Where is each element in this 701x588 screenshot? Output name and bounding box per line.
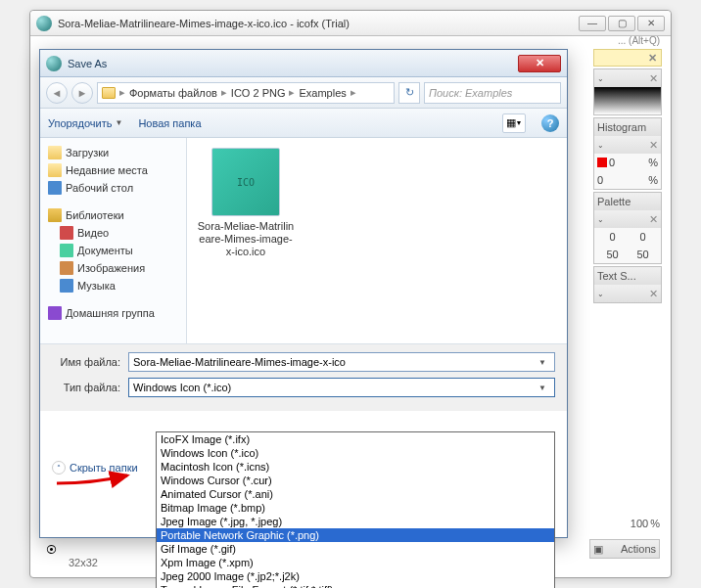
close-icon[interactable]: ✕: [649, 288, 658, 300]
main-titlebar[interactable]: Sora-Meliae-Matrilineare-Mimes-image-x-i…: [30, 11, 671, 36]
minimize-button[interactable]: —: [579, 16, 606, 31]
tree-documents[interactable]: Документы: [44, 242, 182, 259]
gradient-panel: ⌄✕: [593, 68, 662, 115]
homegroup-icon: [48, 306, 62, 320]
filetype-option[interactable]: Jpeg 2000 Image (*.jp2;*.j2k): [157, 569, 554, 583]
downloads-icon: [48, 146, 62, 159]
tree-desktop[interactable]: Рабочий стол: [44, 179, 182, 197]
filetype-option[interactable]: Animated Cursor (*.ani): [157, 487, 554, 501]
new-folder-button[interactable]: Новая папка: [138, 117, 201, 129]
recent-icon: [48, 163, 62, 177]
tree-music[interactable]: Музыка: [44, 277, 182, 294]
filetype-combobox[interactable]: Windows Icon (*.ico) ▼: [128, 378, 555, 397]
tree-video[interactable]: Видео: [44, 224, 182, 242]
filetype-dropdown[interactable]: IcoFX Image (*.ifx)Windows Icon (*.ico)M…: [156, 431, 555, 588]
folder-tree[interactable]: Загрузки Недавние места Рабочий стол Биб…: [40, 138, 187, 343]
palette-panel: Palette ⌄✕ 0 0 50 50: [593, 192, 662, 264]
app-icon: [36, 16, 52, 31]
filetype-option[interactable]: Portable Network Graphic (*.png): [157, 528, 554, 542]
file-thumbnail: ICO: [211, 148, 280, 216]
tree-homegroup[interactable]: Домашняя группа: [44, 304, 182, 322]
hide-folders-toggle[interactable]: ˄ Скрыть папки: [52, 461, 138, 475]
panel-close-bar[interactable]: ✕: [593, 49, 662, 67]
filename-label: Имя файла:: [52, 356, 120, 368]
filetype-option[interactable]: Jpeg Image (*.jpg, *.jpeg): [157, 515, 554, 528]
dialog-icon: [46, 56, 62, 71]
save-as-dialog: Save As ✕ ◄ ► ▸ Форматы файлов ▸ ICO 2 P…: [39, 49, 568, 538]
tree-recent[interactable]: Недавние места: [44, 161, 182, 179]
close-icon[interactable]: ✕: [648, 52, 657, 65]
breadcrumb-item[interactable]: Examples: [299, 87, 346, 99]
alt-q-hint: ... (Alt+Q): [618, 35, 660, 46]
panel-title: Actions: [621, 543, 656, 555]
actions-panel: ▣Actions: [589, 539, 660, 559]
panel-title: Palette: [597, 196, 631, 207]
tree-downloads[interactable]: Загрузки: [44, 144, 182, 161]
histogram-panel: Histogram ⌄✕ 0 % 0 %: [593, 117, 662, 190]
filename-input[interactable]: Sora-Meliae-Matrilineare-Mimes-image-x-i…: [128, 352, 555, 372]
nav-back-button[interactable]: ◄: [46, 82, 68, 104]
close-icon[interactable]: ✕: [649, 72, 658, 85]
help-button[interactable]: ?: [541, 114, 559, 132]
dialog-close-button[interactable]: ✕: [518, 55, 561, 72]
breadcrumb-item[interactable]: Форматы файлов: [129, 87, 217, 99]
filetype-option[interactable]: IcoFX Image (*.ifx): [157, 432, 554, 446]
folder-icon: [102, 87, 116, 99]
file-list[interactable]: ICO Sora-Meliae-Matrilineare-Mimes-image…: [187, 138, 567, 343]
images-icon: [60, 261, 73, 275]
close-icon[interactable]: ✕: [649, 139, 658, 152]
filetype-option[interactable]: Tagged Image File Format (*.tif;*.tiff): [157, 583, 554, 588]
toolbar: Упорядочить▼ Новая папка ▦▼ ?: [40, 109, 567, 138]
filetype-option[interactable]: Gif Image (*.gif): [157, 542, 554, 556]
desktop-icon: [48, 181, 62, 195]
nav-bar: ◄ ► ▸ Форматы файлов ▸ ICO 2 PNG ▸ Examp…: [40, 77, 567, 109]
panel-title: Text S...: [597, 270, 636, 282]
libraries-icon: [48, 208, 62, 222]
breadcrumb[interactable]: ▸ Форматы файлов ▸ ICO 2 PNG ▸ Examples …: [97, 82, 395, 104]
close-button[interactable]: ✕: [637, 16, 665, 31]
tree-images[interactable]: Изображения: [44, 259, 182, 277]
main-title-text: Sora-Meliae-Matrilineare-Mimes-image-x-i…: [58, 18, 579, 29]
music-icon: [60, 279, 73, 293]
filename-area: Имя файла: Sora-Meliae-Matrilineare-Mime…: [40, 343, 567, 411]
breadcrumb-item[interactable]: ICO 2 PNG: [231, 87, 286, 99]
tree-libraries[interactable]: Библиотеки: [44, 206, 182, 224]
text-styles-panel: Text S... ⌄✕: [593, 266, 662, 303]
side-panels: ✕ ⌄✕ Histogram ⌄✕ 0 % 0 % Palette ⌄✕ 0 0…: [593, 49, 662, 303]
filetype-option[interactable]: Windows Icon (*.ico): [157, 446, 554, 460]
search-input[interactable]: Поиск: Examples: [424, 82, 561, 104]
organize-button[interactable]: Упорядочить▼: [48, 117, 122, 129]
documents-icon: [60, 244, 73, 257]
refresh-button[interactable]: ↻: [398, 82, 420, 104]
chevron-up-icon: ˄: [52, 461, 66, 475]
filetype-label: Тип файла:: [52, 382, 120, 393]
video-icon: [60, 226, 73, 240]
panel-title: Histogram: [597, 121, 646, 133]
dialog-title: Save As: [68, 58, 518, 69]
nav-forward-button[interactable]: ►: [71, 82, 93, 104]
maximize-button[interactable]: ▢: [608, 16, 635, 31]
filetype-option[interactable]: Bitmap Image (*.bmp): [157, 501, 554, 515]
file-item[interactable]: ICO Sora-Meliae-Matrilineare-Mimes-image…: [197, 148, 295, 259]
chevron-down-icon[interactable]: ▼: [535, 384, 550, 392]
filetype-option[interactable]: Macintosh Icon (*.icns): [157, 460, 554, 474]
zoom-indicator: 100 %: [589, 518, 660, 529]
file-name: Sora-Meliae-Matrilineare-Mimes-image-x-i…: [197, 220, 295, 259]
dialog-titlebar[interactable]: Save As ✕: [40, 50, 567, 77]
pipette-tool-icon[interactable]: ⦿: [43, 542, 59, 558]
filetype-option[interactable]: Windows Cursor (*.cur): [157, 474, 554, 487]
filetype-option[interactable]: Xpm Image (*.xpm): [157, 556, 554, 569]
chevron-down-icon[interactable]: ▼: [535, 358, 550, 367]
close-icon[interactable]: ✕: [649, 213, 658, 226]
view-mode-button[interactable]: ▦▼: [502, 113, 526, 133]
